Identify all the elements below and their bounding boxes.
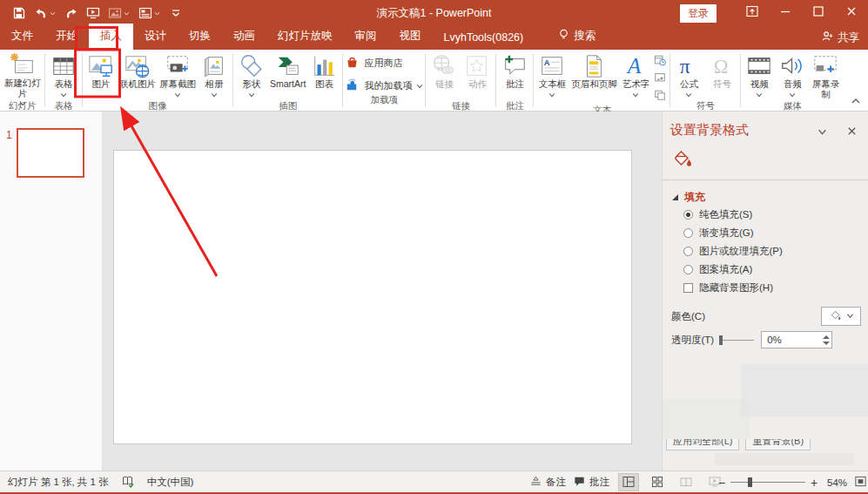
text-box-button[interactable]: A文本框 — [535, 51, 569, 100]
radio-icon[interactable] — [683, 228, 693, 238]
audio-button[interactable]: 音频 — [776, 51, 809, 100]
normal-view-icon — [622, 475, 636, 491]
button-label: 图表 — [315, 79, 333, 90]
photo-album-button[interactable]: 相册 — [198, 51, 231, 100]
zoom-slider-handle[interactable] — [748, 477, 752, 487]
panel-menu-caret[interactable] — [818, 127, 827, 139]
tab-file[interactable]: 文件 — [0, 24, 44, 50]
my-addins-button[interactable]: 我的加载项 — [345, 78, 423, 94]
share-button[interactable]: 共享 — [821, 30, 859, 45]
language-button[interactable]: 中文(中国) — [147, 476, 194, 489]
ribbon-display-options-button[interactable] — [736, 0, 769, 26]
spellcheck-button[interactable] — [121, 475, 135, 491]
zoom-slider-track[interactable] — [730, 482, 805, 483]
radio-icon[interactable] — [683, 247, 693, 256]
tab-ribbon-3[interactable]: 设计 — [133, 24, 178, 50]
reset-background-button[interactable]: 重置背景(B) — [745, 439, 811, 450]
transparency-slider[interactable] — [719, 335, 754, 345]
transparency-spinbox[interactable]: 0% — [761, 331, 832, 349]
ribbon-group-8: π公式Ω符号符号 — [671, 51, 739, 111]
button-label: 批注 — [506, 79, 524, 90]
store-button[interactable]: 应用商店 — [345, 55, 423, 71]
video-button[interactable]: 视频 — [743, 51, 776, 100]
comments-toggle-button[interactable]: 批注 — [573, 471, 609, 493]
tab-insert[interactable]: 插入 — [89, 24, 133, 50]
normal-view-button[interactable] — [618, 473, 639, 491]
tab-ribbon-9[interactable]: LvyhTools(0826) — [433, 26, 535, 50]
fill-tab-button[interactable] — [670, 148, 693, 173]
zoom-out-button[interactable]: − — [716, 476, 728, 490]
fill-option-0[interactable]: 纯色填充(S) — [683, 209, 783, 220]
tab-ribbon-5[interactable]: 动画 — [222, 24, 266, 50]
sign-in-button[interactable]: 登录 — [680, 4, 717, 23]
fill-option-3[interactable]: 图案填充(A) — [683, 264, 783, 275]
customize-qat-qat-button[interactable] — [169, 6, 183, 20]
checkbox-icon[interactable] — [683, 283, 693, 293]
zoom-level[interactable]: 54% — [827, 477, 847, 488]
button-label: 文本框 — [539, 79, 567, 90]
slide-canvas[interactable] — [113, 150, 632, 444]
symbol-button[interactable]: Ω符号 — [705, 51, 738, 100]
chevron-down-icon — [818, 128, 827, 139]
slide-number-button[interactable]: # — [654, 71, 666, 87]
start-slideshow-qat-button[interactable] — [86, 6, 100, 20]
picture-button[interactable]: 图片 — [84, 51, 118, 100]
tab-ribbon-1[interactable]: 开始 — [44, 24, 89, 50]
screenshot-button[interactable]: 屏幕截图 — [158, 51, 198, 100]
online-picture-button[interactable]: 联机图片 — [118, 51, 158, 100]
smartart-button[interactable]: SmartArt — [268, 51, 307, 100]
slide-sorter-view-button[interactable] — [647, 473, 668, 491]
tab-ribbon-4[interactable]: 切换 — [178, 24, 222, 50]
fill-option-4[interactable]: 隐藏背景图形(H) — [683, 282, 783, 294]
reset-background-label: 重置背景(B) — [752, 439, 804, 450]
header-footer-button[interactable]: 页眉和页脚 — [569, 51, 619, 100]
insert-picture-qat-button[interactable] — [108, 6, 131, 20]
ribbon-group-9: 视频音频屏幕录制媒体 — [742, 51, 843, 111]
action-button[interactable]: 动作 — [461, 51, 494, 100]
radio-icon[interactable] — [683, 265, 693, 274]
svg-text:A: A — [544, 58, 550, 67]
radio-selected-icon[interactable] — [683, 210, 693, 220]
object-button[interactable] — [654, 89, 666, 105]
tab-ribbon-6[interactable]: 幻灯片放映 — [266, 24, 344, 50]
date-time-button[interactable] — [654, 54, 666, 70]
spin-down-button[interactable] — [823, 342, 830, 345]
tab-ribbon-8[interactable]: 视图 — [388, 24, 433, 50]
collapse-ribbon-button[interactable] — [851, 92, 861, 108]
undo-qat-button[interactable] — [34, 6, 57, 20]
apply-to-all-button[interactable]: 应用到全部(L) — [666, 439, 739, 450]
fill-section-header[interactable]: 填充 — [671, 190, 705, 205]
wordart-button[interactable]: A艺术字 — [619, 51, 652, 100]
shapes-button[interactable]: 形状 — [235, 51, 268, 100]
hyperlink-button[interactable]: 链接 — [427, 51, 461, 100]
new-slide-button[interactable]: 新建幻灯片 — [3, 51, 43, 100]
button-label: 屏幕截图 — [159, 79, 196, 90]
color-dropdown-button[interactable] — [821, 307, 861, 326]
table-button[interactable]: 表格 — [47, 51, 80, 100]
fill-option-1[interactable]: 渐变填充(G) — [683, 227, 783, 239]
maximize-button[interactable] — [802, 0, 835, 26]
equation-button[interactable]: π公式 — [672, 51, 705, 100]
spin-up-button[interactable] — [823, 335, 830, 339]
slide-thumbnail[interactable] — [17, 128, 84, 178]
reading-view-button[interactable] — [676, 473, 696, 491]
zoom-in-button[interactable]: + — [808, 476, 820, 490]
notes-toggle-button[interactable]: 备注 — [529, 471, 566, 493]
maximize-icon — [811, 4, 825, 22]
save-qat-button[interactable] — [12, 6, 26, 20]
button-label: 视频 — [750, 79, 769, 90]
tell-me-search[interactable]: 搜索 — [535, 23, 604, 50]
minimize-button[interactable] — [769, 0, 802, 26]
chart-button[interactable]: 图表 — [307, 51, 340, 100]
redo-qat-button[interactable] — [64, 6, 78, 20]
action-icon — [464, 52, 490, 79]
tab-ribbon-7[interactable]: 审阅 — [344, 24, 388, 50]
screen-recording-button[interactable]: 屏幕录制 — [809, 51, 842, 100]
new-slide-layout-qat-button[interactable] — [138, 6, 161, 20]
new-comment-button[interactable]: 批注 — [498, 51, 531, 100]
slide-counter[interactable]: 幻灯片 第 1 张, 共 1 张 — [8, 476, 109, 489]
panel-close-button[interactable] — [846, 125, 858, 139]
fit-slide-to-window-button[interactable] — [854, 475, 867, 490]
fill-option-2[interactable]: 图片或纹理填充(P) — [683, 246, 783, 257]
close-button[interactable] — [835, 0, 868, 26]
